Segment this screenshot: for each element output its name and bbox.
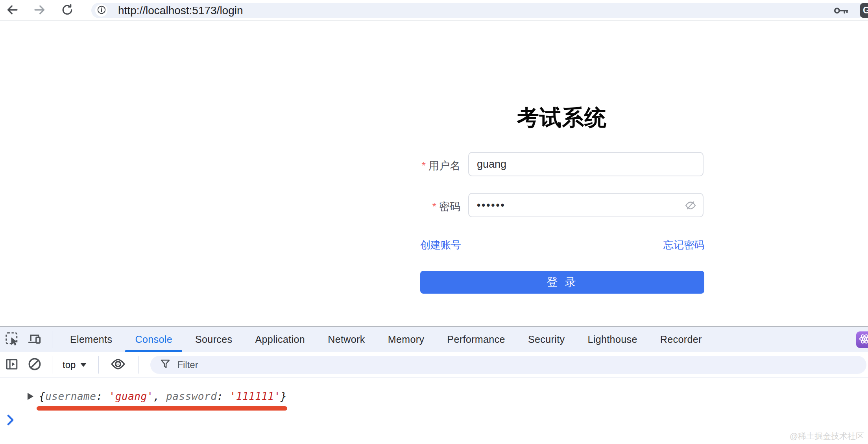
react-devtools-button[interactable]: [856, 331, 868, 348]
password-field-wrapper: [468, 193, 704, 217]
devtools-tab-network[interactable]: Network: [316, 327, 377, 352]
devtools-tab-memory[interactable]: Memory: [377, 327, 436, 352]
username-field-wrapper: [468, 152, 704, 176]
google-translate-icon[interactable]: G: [860, 3, 868, 18]
clear-console-icon: [27, 357, 42, 373]
console-prompt-chevron-icon[interactable]: [7, 414, 15, 426]
console-sidebar-icon: [5, 357, 18, 372]
forward-button[interactable]: [32, 3, 47, 18]
devtools-tab-elements[interactable]: Elements: [59, 327, 124, 352]
console-toolbar: top: [0, 352, 868, 378]
console-log-entry[interactable]: {username: 'guang', password: '111111'}: [28, 390, 287, 402]
username-input[interactable]: [469, 153, 703, 176]
devtools-tab-security[interactable]: Security: [517, 327, 576, 352]
username-label: *用户名: [404, 159, 460, 173]
divider: [138, 356, 139, 374]
red-underline-annotation: [37, 406, 287, 411]
password-input[interactable]: [469, 194, 703, 216]
devtools-panel: Elements Console Sources Application Net…: [0, 326, 868, 444]
back-arrow-icon: [5, 3, 19, 18]
devtools-tab-application[interactable]: Application: [244, 327, 316, 352]
reload-button[interactable]: [60, 3, 75, 18]
forward-arrow-icon: [33, 3, 47, 18]
react-atom-icon: [858, 333, 868, 347]
console-sidebar-button[interactable]: [3, 356, 20, 374]
devtools-tab-console[interactable]: Console: [124, 327, 184, 352]
key-icon[interactable]: [833, 4, 849, 18]
required-asterisk: *: [432, 201, 436, 213]
funnel-icon: [160, 359, 171, 371]
page-title: 考试系统: [420, 103, 704, 133]
info-icon: [97, 5, 106, 16]
expand-triangle-icon[interactable]: [28, 393, 33, 400]
console-log-text: {username: 'guang', password: '111111'}: [39, 390, 287, 402]
devtools-tab-sources[interactable]: Sources: [184, 327, 244, 352]
filter-input[interactable]: [177, 359, 295, 370]
browser-window: http://localhost:5173/login G 考试系统 *用户名 …: [0, 0, 868, 444]
eye-icon: [109, 357, 127, 373]
context-selector[interactable]: top: [63, 359, 87, 370]
devtools-tab-recorder[interactable]: Recorder: [649, 327, 713, 352]
devtools-tab-performance[interactable]: Performance: [436, 327, 517, 352]
address-bar[interactable]: http://localhost:5173/login: [91, 3, 865, 18]
context-selector-label: top: [63, 359, 76, 370]
reload-icon: [61, 3, 74, 18]
divider: [52, 356, 52, 374]
live-expression-button[interactable]: [109, 357, 127, 373]
watermark: @稀土掘金技术社区: [790, 431, 864, 442]
clear-console-button[interactable]: [26, 356, 43, 374]
login-button[interactable]: 登 录: [420, 271, 704, 294]
divider: [52, 331, 52, 348]
inspect-element-button[interactable]: [3, 331, 20, 348]
inspect-element-icon: [5, 331, 19, 347]
back-button[interactable]: [5, 3, 20, 18]
eye-slash-icon[interactable]: [685, 200, 696, 211]
browser-toolbar: http://localhost:5173/login G: [0, 0, 868, 21]
create-account-link[interactable]: 创建账号: [420, 238, 461, 252]
console-output: {username: 'guang', password: '111111'}: [0, 378, 868, 443]
divider: [98, 356, 99, 374]
devtools-tab-lighthouse[interactable]: Lighthouse: [576, 327, 648, 352]
forgot-password-link[interactable]: 忘记密码: [663, 238, 704, 252]
login-page: 考试系统 *用户名 *密码 创建账号 忘记密码 登 录: [0, 21, 868, 326]
devtools-tabs: Elements Console Sources Application Net…: [59, 327, 713, 352]
site-info-button[interactable]: [95, 4, 107, 17]
chevron-down-icon: [80, 363, 87, 367]
password-label: *密码: [404, 200, 460, 214]
devtools-tab-bar: Elements Console Sources Application Net…: [0, 326, 868, 352]
url-text[interactable]: http://localhost:5173/login: [91, 4, 243, 17]
device-toolbar-button[interactable]: [26, 331, 43, 348]
required-asterisk: *: [421, 160, 426, 172]
device-toolbar-icon: [27, 331, 42, 347]
filter-box[interactable]: [150, 356, 866, 374]
